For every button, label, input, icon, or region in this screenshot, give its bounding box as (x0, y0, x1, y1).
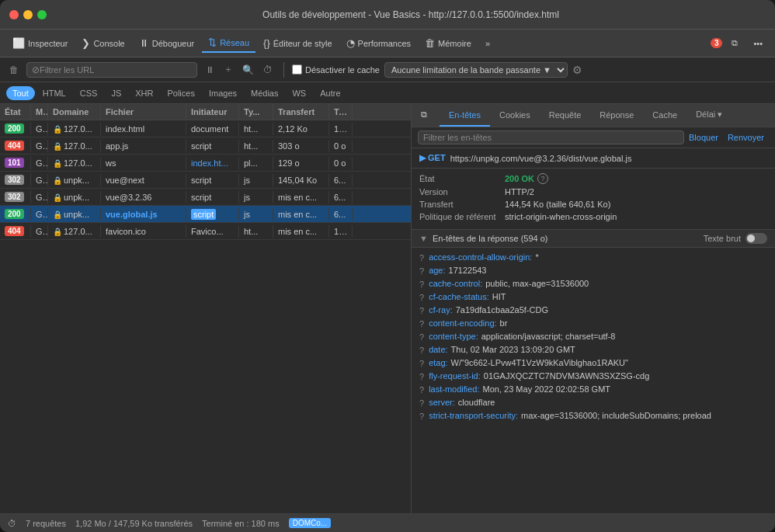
type-cell: ht... (239, 225, 273, 238)
history-button[interactable]: ⏱ (260, 63, 276, 77)
help-icon[interactable]: ? (419, 306, 424, 315)
network-table: État M... Domaine Fichier Initiateur Ty.… (0, 104, 412, 513)
header-item: ? strict-transport-security: max-age=315… (419, 411, 767, 421)
status-cell: 404 (0, 139, 31, 152)
performance-button[interactable]: ◔ Performances (340, 34, 417, 52)
response-headers-section[interactable]: ▼ En-têtes de la réponse (594 o) Texte b… (412, 229, 775, 248)
politique-label: Politique de référent (419, 212, 505, 221)
type-cell: ht... (239, 123, 273, 135)
type-tab-polices[interactable]: Polices (161, 86, 200, 100)
domain-cell: 🔒unpk... (48, 208, 101, 221)
switch[interactable] (745, 233, 767, 244)
type-tab-html[interactable]: HTML (36, 86, 72, 100)
console-button[interactable]: ❯ Console (75, 34, 130, 52)
more-tools-button[interactable]: » (479, 36, 496, 51)
initiator-cell: script (186, 174, 239, 186)
table-row[interactable]: 200 G... 🔒127.0... index.html document h… (0, 120, 411, 137)
filter-bar: 🗑 ⊘ ⏸ ＋ 🔍 ⏱ Désactiver le cache Aucune l… (0, 57, 775, 82)
type-tab-tout[interactable]: Tout (6, 86, 35, 100)
settings-gear-button[interactable]: ⚙ (572, 64, 582, 76)
minimize-button[interactable] (23, 10, 33, 19)
type-cell: ht... (239, 140, 273, 152)
help-icon[interactable]: ? (419, 266, 424, 276)
time-cell: 6... (329, 174, 353, 186)
help-icon[interactable]: ? (419, 412, 424, 421)
table-row-selected[interactable]: 200 G... 🔒unpk... vue.global.js script j… (0, 206, 411, 223)
help-icon[interactable]: ? (419, 346, 424, 355)
type-tab-xhr[interactable]: XHR (129, 86, 159, 100)
help-icon[interactable]: ? (419, 280, 424, 289)
type-tab-css[interactable]: CSS (74, 86, 104, 100)
col-header-transfert: Transfert (273, 104, 329, 120)
network-button[interactable]: ⇅ Réseau (202, 33, 255, 53)
renvoyer-button[interactable]: Renvoyer (723, 131, 769, 144)
type-tab-js[interactable]: JS (105, 86, 127, 100)
tab-reponse[interactable]: Réponse (590, 104, 643, 127)
transfer-cell: mis en c... (273, 191, 329, 203)
console-icon: ❯ (82, 37, 90, 49)
performance-icon: ◔ (346, 37, 355, 49)
type-tab-images[interactable]: Images (203, 86, 243, 100)
style-editor-button[interactable]: {} Éditeur de style (257, 34, 339, 52)
inspector-button[interactable]: ⬜ Inspecteur (6, 34, 74, 52)
col-header-etat: État (0, 104, 31, 120)
header-item: ? cache-control: public, max-age=3153600… (419, 279, 767, 289)
tab-requete[interactable]: Requête (540, 104, 591, 127)
help-icon[interactable]: ? (419, 332, 424, 342)
header-filter-input[interactable] (418, 130, 684, 144)
main-toolbar: ⬜ Inspecteur ❯ Console ⏸ Débogueur ⇅ Rés… (0, 30, 775, 57)
type-tab-ws[interactable]: WS (286, 86, 312, 100)
status-help-icon[interactable]: ? (537, 173, 548, 184)
initiator-cell: Favico... (186, 225, 239, 238)
search-button[interactable]: 🔍 (239, 63, 257, 77)
help-icon[interactable]: ? (419, 372, 424, 381)
help-icon[interactable]: ? (419, 319, 424, 329)
tab-cache[interactable]: Cache (643, 104, 686, 127)
table-row[interactable]: 404 G... 🔒127.0... app.js script ht... 3… (0, 137, 411, 155)
more-options-button[interactable]: ••• (747, 36, 769, 51)
table-row[interactable]: 302 G... 🔒unpk... vue@3.2.36 script js m… (0, 189, 411, 206)
dock-button[interactable]: ⧉ (725, 35, 744, 51)
table-row[interactable]: 404 G... 🔒127.0... favicon.ico Favico...… (0, 223, 411, 240)
time-cell: 6... (329, 208, 353, 221)
table-row[interactable]: 302 G... 🔒unpk... vue@next script js 145… (0, 172, 411, 189)
status-cell: 302 (0, 173, 31, 186)
type-tab-medias[interactable]: Médias (245, 86, 284, 100)
transfert-label: Transfert (419, 200, 505, 209)
close-button[interactable] (9, 10, 19, 19)
help-icon[interactable]: ? (419, 253, 424, 263)
memory-button[interactable]: 🗑 Mémoire (419, 34, 478, 52)
fullscreen-button[interactable] (37, 10, 47, 19)
debugger-button[interactable]: ⏸ Débogueur (133, 34, 200, 52)
initiator-cell: index.ht... (186, 157, 239, 169)
pause-button[interactable]: ⏸ (202, 63, 217, 77)
headers-list: ? access-control-allow-origin: * ? age: … (412, 248, 775, 513)
tab-en-tetes[interactable]: En-têtes (440, 104, 490, 127)
clear-button[interactable]: 🗑 (6, 63, 22, 77)
file-cell: vue@3.2.36 (101, 191, 186, 203)
status-cell: 101 (0, 156, 31, 169)
texte-brut-toggle[interactable]: Texte brut (704, 233, 767, 244)
type-tab-autre[interactable]: Autre (314, 86, 346, 100)
bloquer-button[interactable]: Bloquer (684, 131, 723, 144)
statusbar-timer-icon: ⏱ (8, 519, 16, 528)
bandwidth-select[interactable]: Aucune limitation de la bande passante ▼ (384, 62, 568, 78)
header-item: ? fly-request-id: 01GAJXQCZTC7NDVM3AWN3S… (419, 371, 767, 381)
help-icon[interactable]: ? (419, 293, 424, 302)
initiator-cell: script (186, 191, 239, 203)
help-icon[interactable]: ? (419, 385, 424, 395)
table-row[interactable]: 101 G... 🔒127.0... ws index.ht... pl... … (0, 155, 411, 172)
request-method: ▶ GET (419, 153, 446, 163)
method-cell: G... (31, 208, 48, 221)
help-icon[interactable]: ? (419, 359, 424, 368)
file-cell: vue@next (101, 174, 186, 186)
cache-checkbox-input[interactable] (292, 64, 302, 75)
help-icon[interactable]: ? (419, 398, 424, 408)
tab-delai[interactable]: Délai ▾ (686, 104, 732, 127)
tab-cookies[interactable]: Cookies (490, 104, 540, 127)
cache-checkbox-label[interactable]: Désactiver le cache (292, 64, 380, 75)
url-filter-input[interactable] (40, 65, 192, 75)
tab-en-tetes[interactable]: ⧉ (412, 104, 436, 127)
etat-value: 200 OK (505, 174, 534, 183)
add-filter-button[interactable]: ＋ (221, 61, 236, 78)
